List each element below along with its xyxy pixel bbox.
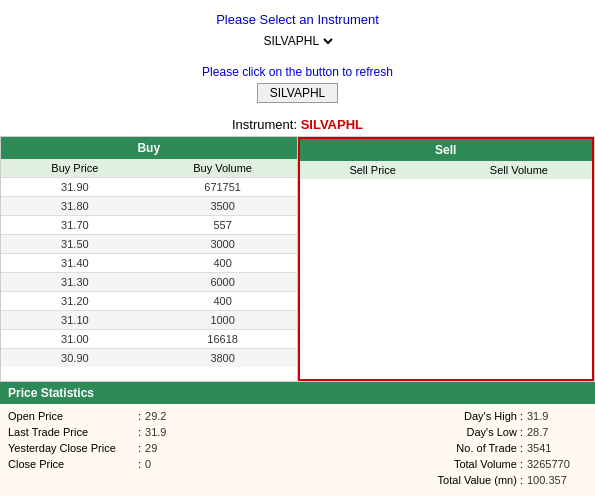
buy-price-cell: 31.10 <box>1 311 149 329</box>
sell-header: Sell <box>300 139 593 161</box>
buy-row: 31.40 400 <box>1 253 297 272</box>
select-instrument-title: Please Select an Instrument <box>0 12 595 27</box>
sell-data-rows <box>300 179 593 379</box>
open-price-label: Open Price <box>8 410 138 422</box>
refresh-section: Please click on the button to refresh SI… <box>0 57 595 111</box>
buy-volume-col-header: Buy Volume <box>149 159 297 177</box>
sell-price-col-header: Sell Price <box>300 161 446 179</box>
days-low-row: Day's Low : 28.7 <box>298 426 588 438</box>
buy-price-cell: 31.20 <box>1 292 149 310</box>
instrument-label: Instrument: SILVAPHL <box>0 111 595 136</box>
open-price-row: Open Price : 29.2 <box>8 410 298 422</box>
buy-row: 30.90 3800 <box>1 348 297 367</box>
yesterday-close-label: Yesterday Close Price <box>8 442 138 454</box>
buy-price-col-header: Buy Price <box>1 159 149 177</box>
stats-left: Open Price : 29.2 Last Trade Price : 31.… <box>8 410 298 490</box>
buy-data-rows: 31.90 671751 31.80 3500 31.70 557 31.50 … <box>1 177 297 367</box>
buy-row: 31.10 1000 <box>1 310 297 329</box>
buy-volume-cell: 3500 <box>149 197 297 215</box>
buy-volume-cell: 671751 <box>149 178 297 196</box>
last-trade-row: Last Trade Price : 31.9 <box>8 426 298 438</box>
total-value-value: 100.357 <box>527 474 587 486</box>
buy-price-cell: 31.30 <box>1 273 149 291</box>
buy-volume-cell: 3000 <box>149 235 297 253</box>
close-price-label: Close Price <box>8 458 138 470</box>
days-high-label: Day's High : <box>464 410 523 422</box>
refresh-button[interactable]: SILVAPHL <box>257 83 339 103</box>
close-price-value: 0 <box>145 458 151 470</box>
refresh-label: Please click on the button to refresh <box>0 65 595 79</box>
days-low-value: 28.7 <box>527 426 587 438</box>
total-value-label: Total Value (mn) : <box>438 474 523 486</box>
buy-header: Buy <box>1 137 297 159</box>
buy-price-cell: 31.80 <box>1 197 149 215</box>
stats-body: Open Price : 29.2 Last Trade Price : 31.… <box>0 404 595 496</box>
buy-row: 31.80 3500 <box>1 196 297 215</box>
instrument-static-label: Instrument: <box>232 117 297 132</box>
stats-header: Price Statistics <box>0 382 595 404</box>
buy-row: 31.70 557 <box>1 215 297 234</box>
no-of-trade-value: 3541 <box>527 442 587 454</box>
total-volume-value: 3265770 <box>527 458 587 470</box>
buy-row: 31.90 671751 <box>1 177 297 196</box>
buy-row: 31.20 400 <box>1 291 297 310</box>
yesterday-close-row: Yesterday Close Price : 29 <box>8 442 298 454</box>
instrument-select[interactable]: SILVAPHL <box>260 33 336 49</box>
days-high-row: Day's High : 31.9 <box>298 410 588 422</box>
buy-row: 31.00 16618 <box>1 329 297 348</box>
buy-row: 31.30 6000 <box>1 272 297 291</box>
buy-price-cell: 31.50 <box>1 235 149 253</box>
buy-volume-cell: 557 <box>149 216 297 234</box>
sell-col-headers: Sell Price Sell Volume <box>300 161 593 179</box>
sell-volume-col-header: Sell Volume <box>446 161 592 179</box>
buy-price-cell: 31.40 <box>1 254 149 272</box>
last-trade-value: 31.9 <box>145 426 166 438</box>
sell-side: Sell Sell Price Sell Volume <box>298 137 595 381</box>
buy-volume-cell: 1000 <box>149 311 297 329</box>
buy-row: 31.50 3000 <box>1 234 297 253</box>
days-low-label: Day's Low : <box>466 426 523 438</box>
total-value-row: Total Value (mn) : 100.357 <box>298 474 588 486</box>
total-volume-label: Total Volume : <box>454 458 523 470</box>
days-high-value: 31.9 <box>527 410 587 422</box>
buy-price-cell: 31.70 <box>1 216 149 234</box>
buy-volume-cell: 400 <box>149 254 297 272</box>
buy-price-cell: 31.00 <box>1 330 149 348</box>
close-price-row: Close Price : 0 <box>8 458 298 470</box>
buy-volume-cell: 3800 <box>149 349 297 367</box>
buy-side: Buy Buy Price Buy Volume 31.90 671751 31… <box>1 137 298 381</box>
instrument-name: SILVAPHL <box>301 117 363 132</box>
open-price-value: 29.2 <box>145 410 166 422</box>
last-trade-label: Last Trade Price <box>8 426 138 438</box>
header-section: Please Select an Instrument SILVAPHL <box>0 0 595 57</box>
buy-price-cell: 30.90 <box>1 349 149 367</box>
buy-price-cell: 31.90 <box>1 178 149 196</box>
yesterday-close-value: 29 <box>145 442 157 454</box>
buy-col-headers: Buy Price Buy Volume <box>1 159 297 177</box>
buy-volume-cell: 6000 <box>149 273 297 291</box>
market-table: Buy Buy Price Buy Volume 31.90 671751 31… <box>0 136 595 382</box>
no-of-trade-row: No. of Trade : 3541 <box>298 442 588 454</box>
total-volume-row: Total Volume : 3265770 <box>298 458 588 470</box>
buy-volume-cell: 16618 <box>149 330 297 348</box>
stats-right: Day's High : 31.9 Day's Low : 28.7 No. o… <box>298 410 588 490</box>
buy-volume-cell: 400 <box>149 292 297 310</box>
no-of-trade-label: No. of Trade : <box>456 442 523 454</box>
